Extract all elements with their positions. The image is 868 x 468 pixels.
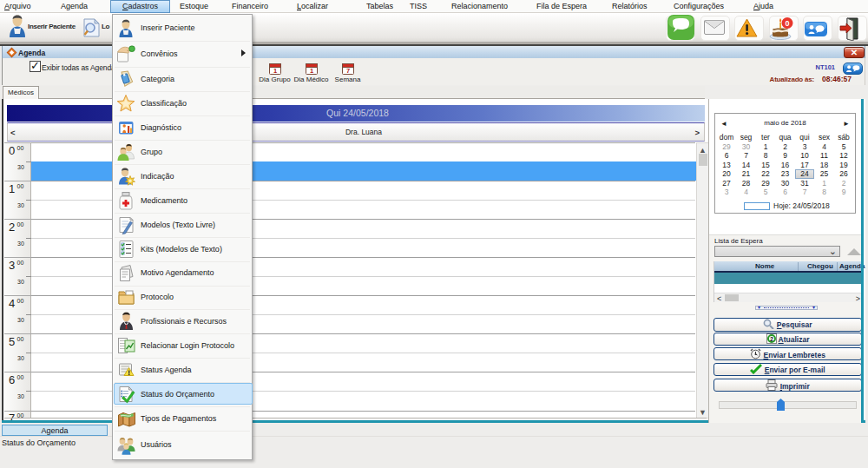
svg-text:0: 0 [785, 19, 789, 28]
svg-text:1: 1 [309, 67, 312, 75]
svg-text:2: 2 [770, 336, 773, 342]
svg-text:7: 7 [345, 67, 349, 75]
svg-text:1: 1 [273, 67, 276, 75]
